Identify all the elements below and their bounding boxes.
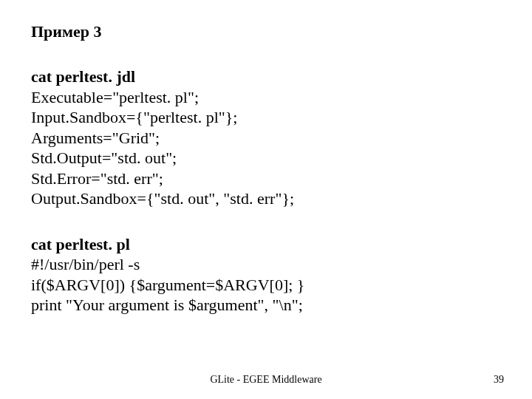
- block1-line: Std.Output="std. out";: [31, 148, 501, 168]
- block1-heading: cat perltest. jdl: [31, 66, 501, 87]
- block1-line: Output.Sandbox={"std. out", "std. err"};: [31, 188, 501, 209]
- block1-line: Input.Sandbox={"perltest. pl"};: [31, 107, 501, 128]
- block2-line: if($ARGV[0]) {$argument=$ARGV[0]; }: [31, 275, 501, 296]
- block1-line: Arguments="Grid";: [31, 128, 501, 149]
- block1-line: Executable="perltest. pl";: [31, 87, 501, 108]
- slide-title: Пример 3: [31, 22, 501, 41]
- block2-line: #!/usr/bin/perl -s: [31, 254, 501, 275]
- page-number: 39: [494, 374, 504, 386]
- block2-line: print "Your argument is $argument", "\n"…: [31, 295, 501, 316]
- code-block-1: cat perltest. jdl Executable="perltest. …: [31, 66, 501, 209]
- code-block-2: cat perltest. pl #!/usr/bin/perl -s if($…: [31, 234, 501, 316]
- footer-text: GLite - EGEE Middleware: [0, 374, 532, 386]
- block1-line: Std.Error="std. err";: [31, 168, 501, 189]
- block2-heading: cat perltest. pl: [31, 234, 501, 255]
